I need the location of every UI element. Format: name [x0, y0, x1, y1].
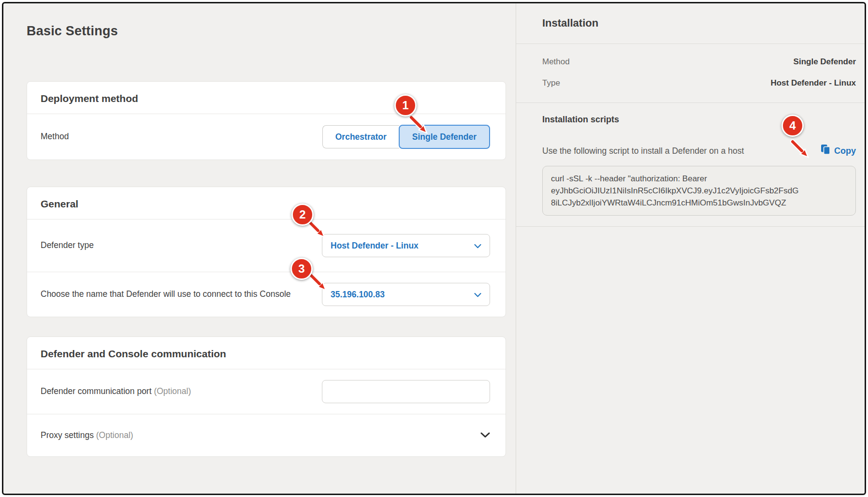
divider — [516, 226, 865, 227]
communication-port-row: Defender communication port (Optional) — [27, 369, 506, 414]
console-name-label: Choose the name that Defender will use t… — [41, 288, 291, 301]
communication-card-title: Defender and Console communication — [27, 337, 506, 369]
chevron-down-icon[interactable] — [480, 431, 490, 440]
installation-method-label: Method — [542, 57, 570, 67]
annotation-arrow-3 — [308, 272, 327, 292]
proxy-settings-label: Proxy settings (Optional) — [41, 429, 133, 442]
annotation-badge-1: 1 — [394, 94, 417, 117]
defender-type-value: Host Defender - Linux — [331, 241, 419, 251]
installation-type-row: Type Host Defender - Linux — [542, 78, 856, 88]
copy-icon — [821, 144, 831, 158]
basic-settings-panel: Basic Settings Deployment method Method … — [3, 3, 516, 494]
general-card: General Defender type Host Defender - Li… — [27, 187, 506, 317]
method-button-group: Orchestrator Single Defender — [322, 125, 490, 149]
console-name-row: Choose the name that Defender will use t… — [27, 272, 506, 317]
chevron-down-icon — [474, 290, 481, 300]
annotation-arrow-4 — [790, 139, 810, 159]
proxy-settings-optional: (Optional) — [96, 430, 133, 440]
proxy-settings-row[interactable]: Proxy settings (Optional) — [27, 414, 506, 456]
copy-button[interactable]: Copy — [821, 144, 856, 158]
app-window: Basic Settings Deployment method Method … — [2, 2, 866, 495]
annotation-badge-2: 2 — [291, 204, 314, 226]
installation-panel: Installation Method Single Defender Type… — [516, 3, 865, 494]
copy-label: Copy — [834, 146, 856, 156]
annotation-badge-4: 4 — [781, 115, 804, 137]
installation-title: Installation — [542, 17, 856, 29]
general-card-title: General — [27, 187, 506, 219]
script-line: 8iLCJyb2xlIjoiYWRtaW4iLCJncm91cHMiOm51bG… — [551, 197, 847, 209]
script-line: eyJhbGciOiJIUzI1NiIsInR5cCI6IkpXVCJ9.eyJ… — [551, 185, 847, 197]
chevron-down-icon — [474, 241, 481, 251]
installation-scripts-title: Installation scripts — [542, 115, 856, 125]
proxy-settings-label-text: Proxy settings — [41, 430, 96, 440]
method-label: Method — [41, 130, 69, 143]
annotation-arrow-1 — [409, 115, 428, 134]
defender-type-select[interactable]: Host Defender - Linux — [322, 234, 490, 257]
console-name-value: 35.196.100.83 — [331, 290, 385, 300]
method-row: Method Orchestrator Single Defender — [27, 114, 506, 160]
script-line: curl -sSL -k --header "authorization: Be… — [551, 173, 847, 185]
deployment-method-card-title: Deployment method — [27, 82, 506, 114]
divider — [516, 44, 865, 44]
communication-port-optional: (Optional) — [154, 386, 191, 396]
communication-card: Defender and Console communication Defen… — [27, 336, 506, 457]
orchestrator-button[interactable]: Orchestrator — [322, 125, 399, 148]
console-name-select[interactable]: 35.196.100.83 — [322, 283, 490, 306]
divider — [516, 102, 865, 103]
installation-type-label: Type — [542, 78, 560, 88]
defender-type-row: Defender type Host Defender - Linux — [27, 219, 506, 272]
defender-type-label: Defender type — [41, 239, 94, 252]
install-script-code-block[interactable]: curl -sSL -k --header "authorization: Be… — [542, 166, 856, 216]
page-title: Basic Settings — [27, 24, 516, 39]
communication-port-label: Defender communication port (Optional) — [41, 385, 191, 398]
communication-port-input[interactable] — [322, 380, 490, 403]
deployment-method-card: Deployment method Method Orchestrator Si… — [27, 81, 506, 160]
installation-method-value: Single Defender — [794, 57, 856, 67]
installation-method-row: Method Single Defender — [542, 57, 856, 67]
annotation-badge-3: 3 — [290, 258, 313, 280]
script-hint-text: Use the following script to install a De… — [542, 146, 744, 156]
installation-type-value: Host Defender - Linux — [770, 78, 856, 88]
communication-port-label-text: Defender communication port — [41, 386, 154, 396]
